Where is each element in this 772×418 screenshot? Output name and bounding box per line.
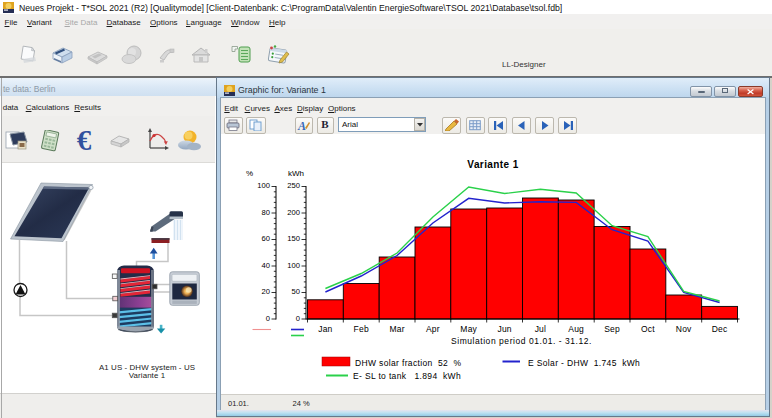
- svg-text:Jan: Jan: [318, 324, 332, 334]
- svg-text:Nov: Nov: [676, 324, 692, 334]
- svg-text:kWh: kWh: [288, 169, 304, 178]
- svg-text:Jun: Jun: [497, 324, 511, 334]
- svg-text:100: 100: [257, 181, 270, 190]
- svg-text:0: 0: [266, 314, 270, 323]
- svg-text:150: 150: [287, 234, 300, 243]
- svg-text:€: €: [77, 128, 92, 153]
- svg-text:200: 200: [287, 208, 300, 217]
- svg-text:May: May: [460, 324, 477, 334]
- svg-text:Dec: Dec: [712, 324, 728, 334]
- svg-text:Sep: Sep: [604, 324, 620, 334]
- svg-text:20: 20: [262, 287, 270, 296]
- svg-text:40: 40: [262, 261, 270, 270]
- svg-text:Feb: Feb: [354, 324, 369, 334]
- svg-text:60: 60: [262, 234, 270, 243]
- svg-text:DHW solar fraction 52 %: DHW solar fraction 52 %: [355, 358, 462, 368]
- svg-text:E Solar - DHW 1.745 kWh: E Solar - DHW 1.745 kWh: [528, 358, 640, 368]
- svg-text:50: 50: [292, 287, 300, 296]
- svg-text:A: A: [297, 119, 306, 132]
- svg-text:0: 0: [296, 314, 300, 323]
- svg-text:Jul: Jul: [535, 324, 546, 334]
- svg-text:80: 80: [262, 208, 270, 217]
- svg-text:250: 250: [287, 181, 300, 190]
- svg-text:%: %: [246, 169, 253, 178]
- svg-text:Aug: Aug: [568, 324, 584, 334]
- svg-text:100: 100: [287, 261, 300, 270]
- svg-text:Oct: Oct: [641, 324, 655, 334]
- svg-text:Mar: Mar: [389, 324, 404, 334]
- svg-text:Variante 1: Variante 1: [467, 159, 518, 170]
- svg-text:E- SL to tank 1.894 kWh: E- SL to tank 1.894 kWh: [353, 371, 461, 381]
- svg-text:Apr: Apr: [426, 324, 440, 334]
- svg-text:Simulation period 01.01. - 31.: Simulation period 01.01. - 31.12.: [451, 336, 592, 346]
